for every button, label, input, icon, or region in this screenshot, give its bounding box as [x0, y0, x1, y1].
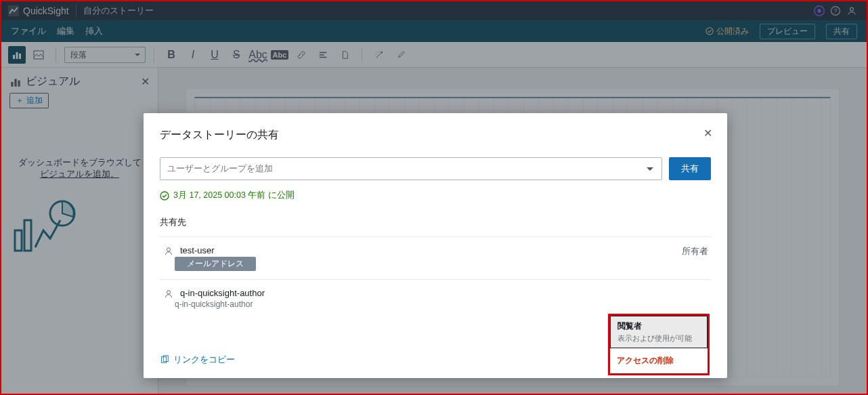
role-option-viewer[interactable]: 閲覧者 表示および使用が可能	[610, 316, 708, 348]
role-dropdown: 閲覧者 表示および使用が可能 アクセスの削除	[610, 316, 708, 373]
user-group-combobox[interactable]: ユーザーとグループを追加	[160, 157, 662, 180]
user-email: メールアドレス	[175, 257, 256, 271]
modal-close-icon[interactable]: ✕	[703, 127, 712, 140]
check-circle-icon	[160, 191, 169, 201]
role-dropdown-highlight: 閲覧者 表示および使用が可能 アクセスの削除	[608, 314, 710, 375]
remove-access-option[interactable]: アクセスの削除	[610, 348, 708, 373]
copy-link[interactable]: リンクをコピー	[173, 354, 235, 366]
person-icon	[162, 247, 175, 256]
confirm-share-button[interactable]: 共有	[669, 157, 711, 180]
svg-point-17	[160, 192, 169, 200]
modal-title: データストーリーの共有	[160, 128, 711, 142]
user-role[interactable]: 所有者	[682, 245, 708, 257]
copy-icon	[160, 355, 169, 365]
user-name: test-user	[180, 245, 256, 255]
person-icon	[162, 289, 175, 299]
shared-with-heading: 共有先	[160, 216, 711, 228]
svg-point-18	[167, 248, 170, 251]
share-row: q-in-quicksight-author q-in-quicksight-a…	[160, 279, 711, 339]
share-modal: データストーリーの共有 ✕ ユーザーとグループを追加 共有 3月 17, 202…	[144, 113, 727, 378]
share-row: test-user メールアドレス 所有者	[160, 237, 711, 279]
user-name: q-in-quicksight-author	[180, 288, 265, 298]
user-email: q-in-quicksight-author	[175, 299, 265, 309]
publish-info: 3月 17, 2025 00:03 午前 に公開	[160, 190, 711, 201]
share-list: test-user メールアドレス 所有者 q-in-quicksight-au…	[160, 236, 711, 339]
svg-point-19	[167, 291, 170, 294]
